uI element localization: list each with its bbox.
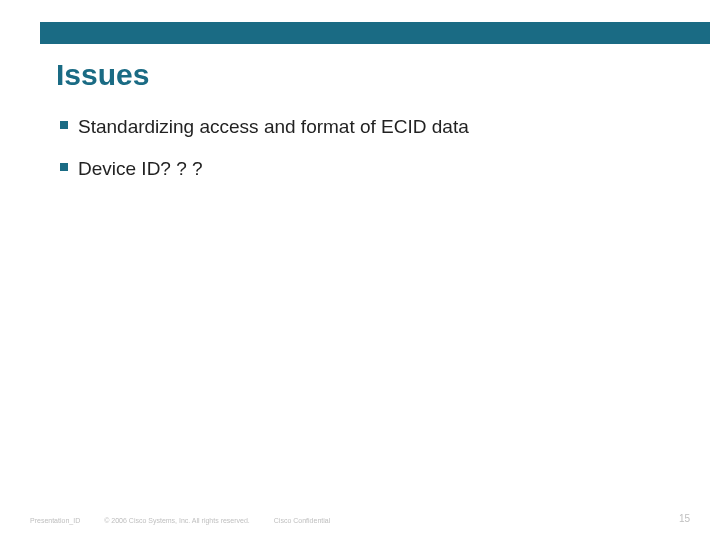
- footer-presentation-id: Presentation_ID: [30, 517, 80, 524]
- footer: Presentation_ID © 2006 Cisco Systems, In…: [30, 517, 690, 524]
- bullet-item: Device ID? ? ?: [60, 158, 680, 180]
- footer-page-number: 15: [679, 513, 690, 524]
- header-bar: [40, 22, 710, 44]
- bullet-list: Standardizing access and format of ECID …: [60, 116, 680, 200]
- footer-copyright: © 2006 Cisco Systems, Inc. All rights re…: [104, 517, 250, 524]
- footer-confidential: Cisco Confidential: [274, 517, 330, 524]
- slide-title: Issues: [56, 58, 149, 92]
- bullet-item: Standardizing access and format of ECID …: [60, 116, 680, 138]
